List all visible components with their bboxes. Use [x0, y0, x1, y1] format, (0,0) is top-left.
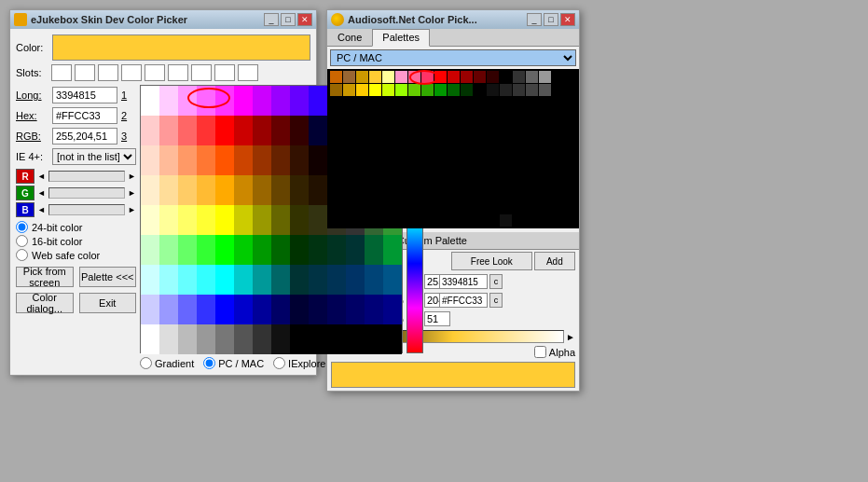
palette-cell[interactable]: [215, 265, 234, 295]
small-palette-cell[interactable]: [448, 136, 460, 148]
long-input[interactable]: [52, 87, 117, 103]
palette-cell[interactable]: [197, 324, 215, 354]
palette-cell[interactable]: [159, 205, 178, 235]
small-palette-cell[interactable]: [330, 201, 342, 213]
small-palette-cell[interactable]: [382, 201, 394, 213]
palette-cell[interactable]: [253, 295, 271, 324]
small-palette-cell[interactable]: [343, 149, 355, 161]
small-palette-cell[interactable]: [356, 149, 368, 161]
palette-cell[interactable]: [253, 86, 271, 116]
palette-cell[interactable]: [327, 295, 346, 324]
slot-9[interactable]: [238, 64, 258, 81]
small-palette-cell[interactable]: [487, 149, 499, 161]
small-palette-cell[interactable]: [369, 97, 381, 109]
r-left-arrow[interactable]: ◄: [37, 172, 46, 181]
palette-button[interactable]: Palette <<<: [79, 267, 137, 287]
small-palette-cell[interactable]: [421, 97, 434, 109]
palette-cell[interactable]: [309, 324, 327, 354]
copy-hex2-button[interactable]: c: [489, 293, 503, 308]
small-palette-cell[interactable]: [343, 188, 355, 200]
slot-4[interactable]: [121, 64, 142, 81]
small-palette-cell[interactable]: [526, 162, 538, 174]
small-palette-cell[interactable]: [500, 175, 512, 187]
small-palette-cell[interactable]: [343, 162, 355, 174]
palette-cell[interactable]: [159, 265, 178, 295]
palette-cell[interactable]: [178, 86, 197, 116]
palette-cell[interactable]: [290, 265, 309, 295]
gradient-radio[interactable]: [140, 357, 152, 369]
small-palette-cell[interactable]: [461, 214, 473, 227]
right-maximize-button[interactable]: □: [544, 13, 558, 26]
palette-cell[interactable]: [383, 324, 402, 354]
small-palette-cell[interactable]: [500, 188, 512, 200]
small-palette-cell[interactable]: [539, 201, 551, 213]
small-palette-cell[interactable]: [434, 136, 447, 148]
small-palette-cell[interactable]: [448, 188, 460, 200]
palette-cell[interactable]: [271, 116, 290, 145]
palette-cell[interactable]: [178, 205, 197, 235]
palette-cell[interactable]: [178, 145, 197, 175]
small-palette-cell[interactable]: [526, 214, 538, 227]
palette-cell[interactable]: [141, 145, 159, 175]
palette-cell[interactable]: [309, 295, 327, 324]
b-track[interactable]: [48, 204, 125, 215]
palette-cell[interactable]: [383, 295, 402, 324]
small-palette-cell[interactable]: [421, 149, 434, 161]
small-palette-cell[interactable]: [369, 188, 381, 200]
small-palette-cell[interactable]: [343, 110, 355, 122]
small-palette-cell[interactable]: [526, 84, 538, 96]
b-right-arrow[interactable]: ►: [128, 205, 136, 214]
g-left-arrow[interactable]: ◄: [37, 188, 46, 198]
radio-16bit-input[interactable]: [16, 235, 28, 247]
small-palette-cell[interactable]: [434, 188, 447, 200]
small-palette-cell[interactable]: [513, 162, 525, 174]
small-palette-cell[interactable]: [330, 149, 342, 161]
small-palette-cell[interactable]: [474, 188, 486, 200]
palette-cell[interactable]: [365, 324, 383, 354]
palette-cell[interactable]: [290, 295, 309, 324]
palette-cell[interactable]: [215, 324, 234, 354]
palette-cell[interactable]: [197, 235, 215, 265]
small-palette-cell[interactable]: [421, 188, 434, 200]
small-palette-cell[interactable]: [448, 123, 460, 135]
small-palette-cell[interactable]: [539, 110, 551, 122]
small-palette-cell[interactable]: [369, 84, 381, 96]
small-palette-cell[interactable]: [448, 110, 460, 122]
small-palette-cell[interactable]: [343, 97, 355, 109]
small-palette-cell[interactable]: [330, 175, 342, 187]
grad-right-arrow[interactable]: ►: [566, 332, 575, 342]
small-palette-cell[interactable]: [395, 97, 407, 109]
palette-cell[interactable]: [271, 265, 290, 295]
palette-cell[interactable]: [197, 145, 215, 175]
small-palette-cell[interactable]: [408, 110, 420, 122]
small-palette-cell[interactable]: [382, 110, 394, 122]
add-button[interactable]: Add: [534, 252, 575, 270]
small-palette-cell[interactable]: [461, 84, 473, 96]
small-palette-cell[interactable]: [421, 175, 434, 187]
right-minimize-button[interactable]: _: [527, 13, 542, 26]
ie4-radio[interactable]: [273, 357, 285, 369]
palette-cell[interactable]: [234, 205, 253, 235]
small-palette-cell[interactable]: [330, 110, 342, 122]
maximize-button[interactable]: □: [281, 13, 296, 26]
palette-cell[interactable]: [178, 175, 197, 205]
small-palette-cell[interactable]: [526, 149, 538, 161]
g-right-arrow[interactable]: ►: [128, 188, 136, 198]
palette-cell[interactable]: [253, 175, 271, 205]
palette-cell[interactable]: [197, 205, 215, 235]
small-palette-cell[interactable]: [382, 84, 394, 96]
small-palette-cell[interactable]: [434, 110, 447, 122]
small-palette-cell[interactable]: [408, 84, 420, 96]
small-palette-cell[interactable]: [461, 110, 473, 122]
small-palette-cell[interactable]: [500, 84, 512, 96]
palette-cell[interactable]: [159, 235, 178, 265]
small-palette-cell[interactable]: [382, 214, 394, 227]
small-palette-cell[interactable]: [500, 162, 512, 174]
small-palette-cell[interactable]: [461, 71, 473, 83]
g-button[interactable]: G: [16, 186, 34, 200]
small-palette-cell[interactable]: [539, 123, 551, 135]
small-palette-cell[interactable]: [448, 175, 460, 187]
right-close-button[interactable]: ✕: [560, 13, 575, 26]
small-palette-cell[interactable]: [526, 175, 538, 187]
palette-cell[interactable]: [253, 145, 271, 175]
